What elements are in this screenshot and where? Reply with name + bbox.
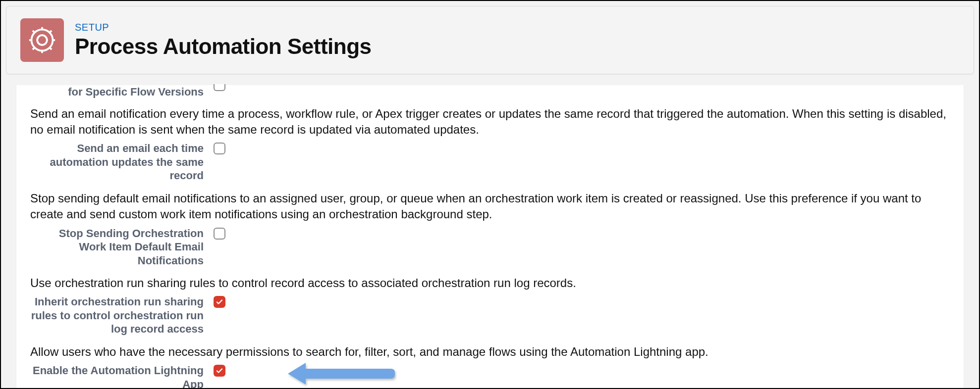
checkbox-email-each-time[interactable] bbox=[214, 143, 225, 154]
checkbox-enable-automation-app[interactable] bbox=[214, 365, 225, 377]
setting-description: Allow users who have the necessary permi… bbox=[30, 342, 950, 363]
svg-line-6 bbox=[33, 31, 34, 32]
svg-line-7 bbox=[50, 48, 52, 49]
page-title: Process Automation Settings bbox=[75, 34, 372, 59]
setting-label: for Specific Flow Versions bbox=[30, 85, 204, 99]
page-header: SETUP Process Automation Settings bbox=[6, 6, 974, 74]
checkbox-inherit-sharing-rules[interactable] bbox=[214, 296, 225, 308]
setting-label: Enable the Automation Lightning App bbox=[30, 364, 204, 389]
header-eyebrow: SETUP bbox=[75, 22, 372, 33]
setting-description: Use orchestration run sharing rules to c… bbox=[30, 273, 950, 294]
setting-label: Send an email each time automation updat… bbox=[30, 142, 204, 183]
svg-line-9 bbox=[50, 31, 52, 32]
svg-point-0 bbox=[37, 35, 47, 45]
gear-icon bbox=[20, 18, 64, 62]
setting-row-partial: for Specific Flow Versions bbox=[30, 85, 950, 101]
settings-panel: for Specific Flow Versions Send an email… bbox=[16, 85, 964, 389]
checkbox-stop-orchestration-email[interactable] bbox=[214, 228, 225, 240]
svg-line-8 bbox=[33, 48, 34, 49]
arrow-annotation-icon bbox=[283, 360, 397, 389]
checkbox-partial[interactable] bbox=[214, 84, 225, 91]
setting-label: Stop Sending Orchestration Work Item Def… bbox=[30, 227, 204, 268]
setting-description: Send an email notification every time a … bbox=[30, 104, 950, 141]
setting-label: Inherit orchestration run sharing rules … bbox=[30, 295, 204, 336]
setting-description: Stop sending default email notifications… bbox=[30, 189, 950, 226]
svg-point-1 bbox=[32, 30, 53, 51]
